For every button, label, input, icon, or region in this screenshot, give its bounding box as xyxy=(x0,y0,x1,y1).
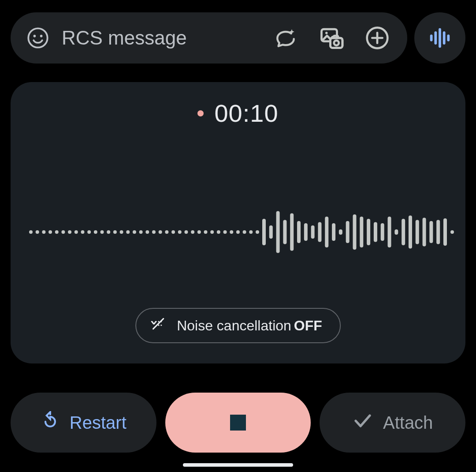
compose-row: RCS message xyxy=(11,12,465,64)
stop-icon xyxy=(230,415,246,431)
recording-indicator-dot xyxy=(197,110,204,116)
svg-point-50 xyxy=(249,230,253,234)
svg-point-21 xyxy=(61,230,65,234)
svg-point-27 xyxy=(100,230,104,234)
svg-point-34 xyxy=(145,230,149,234)
svg-point-36 xyxy=(159,230,162,234)
waveform-icon xyxy=(427,25,453,51)
svg-point-16 xyxy=(29,230,33,234)
attach-label: Attach xyxy=(383,413,433,433)
svg-point-2 xyxy=(40,35,43,37)
svg-rect-59 xyxy=(311,225,315,239)
svg-point-33 xyxy=(139,230,143,234)
svg-point-42 xyxy=(197,230,201,234)
svg-rect-63 xyxy=(339,229,342,235)
noise-cancel-off-icon xyxy=(149,315,167,336)
svg-point-29 xyxy=(113,230,117,234)
svg-rect-54 xyxy=(276,211,280,253)
svg-point-44 xyxy=(210,230,214,234)
svg-point-0 xyxy=(28,28,47,47)
recording-panel: 00:10 Noise cancellationOFF xyxy=(11,82,465,363)
svg-point-79 xyxy=(450,230,454,234)
recording-controls: Restart Attach xyxy=(11,393,465,453)
svg-point-31 xyxy=(126,230,130,234)
svg-point-22 xyxy=(68,230,71,234)
svg-rect-69 xyxy=(381,223,384,241)
svg-rect-52 xyxy=(262,219,266,245)
svg-point-49 xyxy=(243,230,246,234)
check-icon xyxy=(352,410,373,435)
svg-point-48 xyxy=(236,230,240,234)
svg-point-83 xyxy=(160,325,162,326)
svg-rect-71 xyxy=(394,229,398,235)
svg-rect-56 xyxy=(290,214,294,251)
svg-rect-70 xyxy=(388,217,391,247)
svg-point-43 xyxy=(204,230,208,234)
svg-rect-64 xyxy=(346,221,350,243)
voice-message-screen: RCS message xyxy=(0,0,476,472)
gallery-camera-icon[interactable] xyxy=(318,25,345,51)
svg-rect-77 xyxy=(436,220,440,244)
stop-button[interactable] xyxy=(165,393,311,453)
timer-row: 00:10 xyxy=(197,99,278,127)
svg-point-1 xyxy=(33,35,36,37)
svg-rect-62 xyxy=(332,223,335,241)
svg-rect-65 xyxy=(353,214,357,250)
svg-rect-53 xyxy=(269,225,273,239)
compose-actions xyxy=(273,25,399,51)
restart-label: Restart xyxy=(70,413,126,433)
waveform-display xyxy=(11,206,465,258)
svg-point-23 xyxy=(74,230,78,234)
restart-button[interactable]: Restart xyxy=(11,393,156,453)
svg-point-40 xyxy=(184,230,188,234)
svg-point-35 xyxy=(152,230,156,234)
magic-compose-icon[interactable] xyxy=(273,26,298,50)
svg-point-38 xyxy=(171,230,175,234)
svg-point-32 xyxy=(133,230,136,234)
svg-point-26 xyxy=(94,230,97,234)
svg-rect-57 xyxy=(297,221,301,243)
compose-pill: RCS message xyxy=(11,12,407,64)
svg-point-4 xyxy=(325,32,328,34)
svg-point-41 xyxy=(191,230,194,234)
svg-rect-72 xyxy=(402,219,405,245)
voice-record-button[interactable] xyxy=(414,12,465,64)
svg-point-46 xyxy=(223,230,227,234)
svg-point-24 xyxy=(81,230,84,234)
svg-point-30 xyxy=(120,230,123,234)
message-input[interactable]: RCS message xyxy=(62,27,261,49)
svg-rect-73 xyxy=(409,216,412,249)
noise-cancellation-toggle[interactable]: Noise cancellationOFF xyxy=(135,308,341,343)
restart-icon xyxy=(41,411,60,435)
svg-rect-67 xyxy=(367,219,370,245)
svg-rect-78 xyxy=(443,218,447,246)
svg-point-47 xyxy=(230,230,233,234)
svg-point-19 xyxy=(48,230,52,234)
home-indicator[interactable] xyxy=(183,463,293,467)
svg-point-17 xyxy=(36,230,39,234)
svg-point-45 xyxy=(217,230,220,234)
svg-rect-66 xyxy=(360,217,363,247)
attach-button[interactable]: Attach xyxy=(320,393,465,453)
svg-point-51 xyxy=(256,230,259,234)
emoji-icon[interactable] xyxy=(26,26,49,49)
svg-point-25 xyxy=(87,230,91,234)
elapsed-time: 00:10 xyxy=(214,99,278,127)
svg-point-18 xyxy=(42,230,45,234)
svg-rect-58 xyxy=(304,223,308,241)
svg-point-37 xyxy=(165,230,168,234)
plus-icon[interactable] xyxy=(365,26,390,50)
svg-rect-61 xyxy=(325,217,328,247)
svg-rect-60 xyxy=(318,222,321,242)
svg-rect-68 xyxy=(374,222,377,242)
svg-rect-75 xyxy=(423,218,426,247)
svg-rect-74 xyxy=(416,220,419,244)
noise-cancellation-label: Noise cancellationOFF xyxy=(177,318,322,334)
svg-rect-55 xyxy=(283,220,286,244)
svg-point-39 xyxy=(178,230,182,234)
svg-point-28 xyxy=(107,230,110,234)
svg-rect-76 xyxy=(429,221,433,243)
svg-point-20 xyxy=(55,230,59,234)
